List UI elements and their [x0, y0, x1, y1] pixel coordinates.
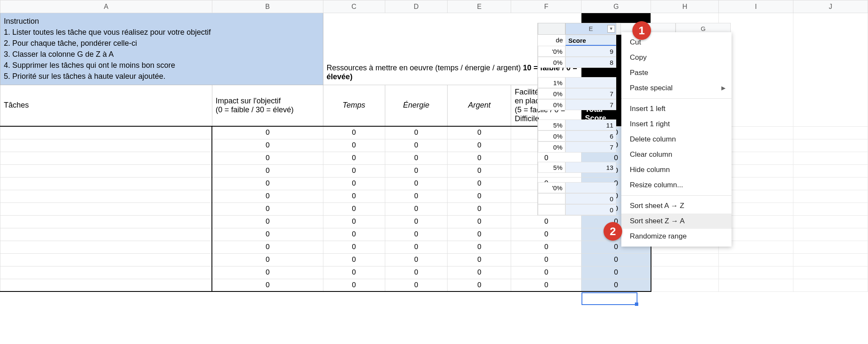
inset-score[interactable]: 0 [565, 204, 616, 215]
cell-C[interactable]: 0 [323, 266, 385, 279]
cell-I[interactable] [719, 253, 793, 266]
col-header-H[interactable]: H [651, 0, 719, 13]
cell-A[interactable] [0, 164, 212, 177]
cell-E[interactable]: 0 [448, 190, 511, 203]
cell-B[interactable]: 0 [212, 228, 323, 241]
inset-score[interactable]: 7 [565, 99, 616, 110]
cell-E[interactable]: 0 [448, 215, 511, 228]
cell-B[interactable]: 0 [212, 190, 323, 203]
cell-J[interactable] [793, 215, 868, 228]
cell-J[interactable] [793, 139, 868, 152]
cell-A[interactable] [0, 126, 212, 139]
cell-C[interactable]: 0 [323, 279, 385, 291]
cell-B[interactable]: 0 [212, 203, 323, 215]
cell-A[interactable] [0, 177, 212, 190]
cell-F[interactable]: 0 [511, 215, 581, 228]
cell-E[interactable]: 0 [448, 266, 511, 279]
cell-F[interactable]: 0 [511, 241, 581, 253]
cell-D[interactable]: 0 [385, 203, 448, 215]
cell-D[interactable]: 0 [385, 139, 448, 152]
inset-pct[interactable]: 5% [538, 162, 565, 173]
inset-col-E-header[interactable]: E ▼ [565, 23, 616, 35]
inset-score[interactable] [565, 77, 616, 88]
menu-item-randomize-range[interactable]: Randomize range [621, 229, 732, 244]
cell-E[interactable]: 0 [448, 152, 511, 164]
fill-handle[interactable] [635, 302, 638, 306]
cell-A[interactable] [0, 266, 212, 279]
menu-item-insert-1-left[interactable]: Insert 1 left [621, 101, 732, 117]
cell-H[interactable] [651, 253, 719, 266]
inset-pct[interactable]: 0% [538, 130, 565, 141]
inset-score[interactable]: 11 [565, 119, 616, 130]
cell-C[interactable]: 0 [323, 241, 385, 253]
cell-E[interactable]: 0 [448, 279, 511, 291]
cell-J[interactable] [793, 266, 868, 279]
context-menu[interactable]: CutCopyPastePaste special▶Insert 1 leftI… [621, 32, 732, 247]
inset-pct[interactable]: 5% [538, 119, 565, 130]
inset-score[interactable]: 0 [565, 193, 616, 204]
cell-B[interactable]: 0 [212, 139, 323, 152]
cell-E[interactable]: 0 [448, 241, 511, 253]
cell-C[interactable]: 0 [323, 228, 385, 241]
inset-pct[interactable]: 0% [538, 141, 565, 153]
inset-score[interactable]: 8 [565, 57, 616, 68]
cell-B[interactable]: 0 [212, 152, 323, 164]
header-argent[interactable]: Argent [448, 85, 511, 126]
cell-C[interactable]: 0 [323, 177, 385, 190]
col-header-A[interactable]: A [0, 0, 212, 13]
col-header-B[interactable]: B [212, 0, 323, 13]
spreadsheet-grid[interactable]: A B C D E F G H I J Instruction 1. Liste… [0, 0, 868, 292]
cell-A[interactable] [0, 152, 212, 164]
cell-J[interactable] [793, 164, 868, 177]
cell-D[interactable]: 0 [385, 215, 448, 228]
cell-J[interactable] [793, 126, 868, 139]
menu-item-sort-sheet-z-a[interactable]: Sort sheet Z → A [621, 214, 732, 229]
col-header-C[interactable]: C [323, 0, 385, 13]
cell-A[interactable] [0, 253, 212, 266]
cell-E[interactable]: 0 [448, 164, 511, 177]
cell-F[interactable]: 0 [511, 253, 581, 266]
cell-E[interactable]: 0 [448, 253, 511, 266]
inset-score[interactable]: 6 [565, 130, 616, 141]
cell-H[interactable] [651, 266, 719, 279]
dropdown-icon[interactable]: ▼ [607, 25, 615, 33]
cell-J[interactable] [793, 253, 868, 266]
cell-B[interactable]: 0 [212, 215, 323, 228]
cell-F[interactable]: 0 [511, 279, 581, 291]
cell-J[interactable] [793, 203, 868, 215]
col-header-J[interactable]: J [793, 0, 868, 13]
cell-I[interactable] [719, 266, 793, 279]
menu-item-clear-column[interactable]: Clear column [621, 147, 732, 162]
inset-pct[interactable] [538, 193, 565, 204]
cell-A[interactable] [0, 241, 212, 253]
col-header-G[interactable]: G [581, 0, 651, 13]
inset-score[interactable]: 13 [565, 162, 616, 173]
cell-J[interactable] [793, 228, 868, 241]
cell-D[interactable]: 0 [385, 126, 448, 139]
cell-A[interactable] [0, 228, 212, 241]
cell-C[interactable]: 0 [323, 152, 385, 164]
inset-score[interactable] [565, 182, 616, 193]
col-header-I[interactable]: I [719, 0, 793, 13]
menu-item-paste-special[interactable]: Paste special▶ [621, 80, 732, 96]
cell-E[interactable]: 0 [448, 228, 511, 241]
header-impact[interactable]: Impact sur l'objectif (0 = faible / 30 =… [212, 85, 323, 126]
cell-C[interactable]: 0 [323, 253, 385, 266]
cell-A[interactable] [0, 279, 212, 291]
cell-A[interactable] [0, 190, 212, 203]
cell-J[interactable] [793, 13, 868, 127]
header-energie[interactable]: Énergie [385, 85, 448, 126]
inset-score[interactable]: 7 [565, 88, 616, 99]
cell-J[interactable] [793, 152, 868, 164]
cell-B[interactable]: 0 [212, 241, 323, 253]
cell-D[interactable]: 0 [385, 164, 448, 177]
cell-D[interactable]: 0 [385, 190, 448, 203]
cell-J[interactable] [793, 190, 868, 203]
inset-pct[interactable]: 1% [538, 77, 565, 88]
inset-pct[interactable]: '0% [538, 182, 565, 193]
cell-B[interactable]: 0 [212, 164, 323, 177]
cell-D[interactable]: 0 [385, 177, 448, 190]
inset-pct[interactable]: 0% [538, 88, 565, 99]
selected-cell[interactable] [581, 292, 637, 305]
menu-item-delete-column[interactable]: Delete column [621, 132, 732, 147]
